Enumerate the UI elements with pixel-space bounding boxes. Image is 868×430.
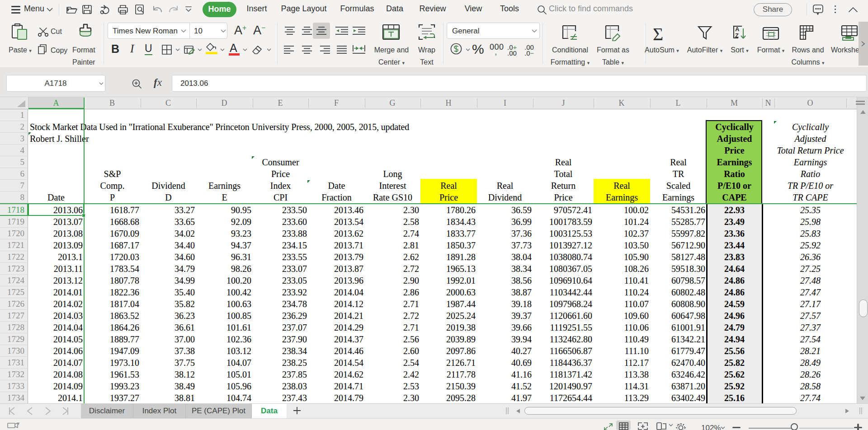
svg-text:A: A (735, 26, 740, 33)
svg-text:Z: Z (735, 32, 739, 39)
